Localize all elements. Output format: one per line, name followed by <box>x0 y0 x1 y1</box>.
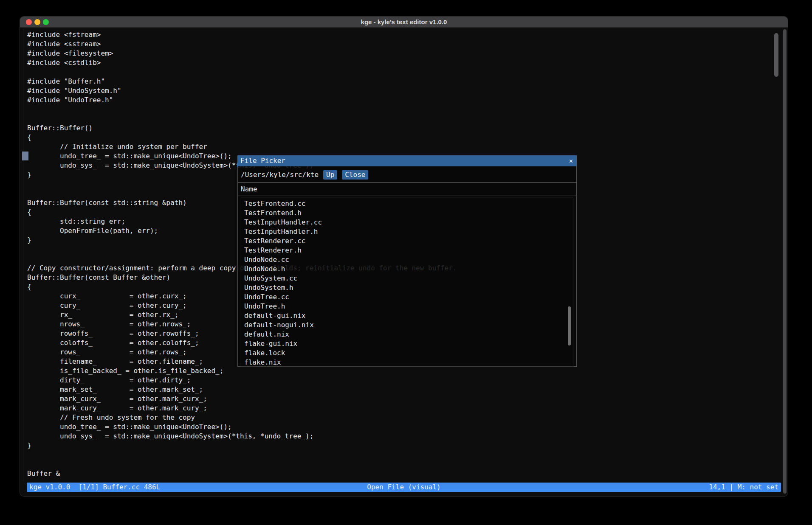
file-item[interactable]: TestRenderer.cc <box>244 236 573 246</box>
file-item[interactable]: flake.lock <box>244 348 573 358</box>
file-item[interactable]: UndoSystem.cc <box>244 274 573 283</box>
text-cursor <box>22 152 28 160</box>
window-title: kge - kyle's text editor v1.0.0 <box>20 18 788 25</box>
window-titlebar: kge - kyle's text editor v1.0.0 <box>20 17 788 28</box>
file-item[interactable]: UndoTree.h <box>244 302 573 311</box>
dialog-close-icon[interactable]: ✕ <box>569 155 573 166</box>
file-item[interactable]: TestFrontend.h <box>244 208 573 218</box>
status-bar: kge v1.0.0 [1/1] Buffer.cc 486L Open Fil… <box>27 483 781 492</box>
file-item[interactable]: UndoSystem.h <box>244 283 573 292</box>
editor-scrollbar-thumb[interactable] <box>774 33 778 77</box>
up-button[interactable]: Up <box>323 170 337 180</box>
path-row: /Users/kyle/src/kte Up Close <box>241 170 573 180</box>
file-item[interactable]: default.nix <box>244 330 573 339</box>
status-mode: Open File (visual) <box>367 483 440 492</box>
file-item[interactable]: flake.nix <box>244 358 573 367</box>
name-column-header: Name <box>238 183 576 196</box>
file-item[interactable]: default-gui.nix <box>244 311 573 320</box>
file-picker-titlebar: File Picker ✕ <box>237 155 577 166</box>
editor-left-edge <box>23 29 23 482</box>
file-item[interactable]: flake-gui.nix <box>244 339 573 348</box>
file-list-scrollbar-thumb[interactable] <box>568 306 571 345</box>
status-file-info: kge v1.0.0 [1/1] Buffer.cc 486L <box>29 483 367 492</box>
window-close-icon[interactable] <box>26 19 32 25</box>
file-list: TestFrontend.ccTestFrontend.hTestInputHa… <box>241 197 573 367</box>
close-button[interactable]: Close <box>342 170 368 180</box>
file-item[interactable]: UndoTree.cc <box>244 292 573 302</box>
traffic-lights <box>20 19 49 25</box>
file-item[interactable]: TestRenderer.h <box>244 246 573 255</box>
file-item[interactable]: TestInputHandler.cc <box>244 218 573 227</box>
file-picker-title: File Picker <box>240 157 285 165</box>
file-item[interactable]: UndoNode.cc <box>244 255 573 264</box>
file-item[interactable]: TestFrontend.cc <box>244 199 573 208</box>
header-divider <box>238 196 576 196</box>
window-minimize-icon[interactable] <box>34 19 40 25</box>
file-picker-dialog: File Picker ✕ /Users/kyle/src/kte Up Clo… <box>237 155 577 367</box>
file-item[interactable]: TestInputHandler.h <box>244 227 573 236</box>
file-item[interactable]: default-nogui.nix <box>244 320 573 330</box>
file-item[interactable]: UndoNode.h <box>244 264 573 274</box>
current-path: /Users/kyle/src/kte <box>241 171 319 179</box>
window-zoom-icon[interactable] <box>43 19 49 25</box>
editor-scrollbar-track[interactable] <box>783 29 787 494</box>
file-picker-body: /Users/kyle/src/kte Up Close Name TestFr… <box>237 166 577 367</box>
app-window: kge - kyle's text editor v1.0.0 #include… <box>20 16 788 497</box>
status-cursor-pos: 14,1 | M: not set <box>441 483 778 492</box>
file-list-box: TestFrontend.ccTestFrontend.hTestInputHa… <box>241 197 573 367</box>
